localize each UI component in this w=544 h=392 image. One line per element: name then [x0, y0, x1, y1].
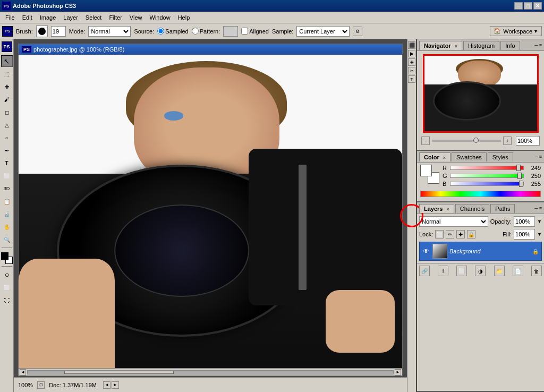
close-button[interactable]: ✕	[533, 2, 542, 10]
b-thumb[interactable]	[519, 181, 523, 187]
color-minimize-btn[interactable]: ─	[534, 154, 538, 159]
canvas-hscroll[interactable]: ◄ ►	[19, 368, 402, 376]
mode-select[interactable]: Normal Multiply Screen	[88, 26, 131, 37]
minimize-button[interactable]: ─	[514, 2, 523, 10]
lock-move-btn[interactable]: ✚	[456, 230, 465, 238]
layer-thumbnail[interactable]	[432, 244, 447, 259]
lock-all-btn[interactable]: 🔒	[467, 230, 475, 238]
layers-close[interactable]: ×	[447, 207, 449, 212]
color-menu-btn[interactable]: ≡	[539, 154, 542, 159]
tool-hand[interactable]: ✋	[1, 221, 13, 233]
tab-histogram[interactable]: Histogram	[463, 41, 499, 50]
status-zoom-btn[interactable]: ⊡	[37, 381, 45, 389]
tool-type[interactable]: T	[1, 157, 13, 169]
blend-mode-select[interactable]: Normal	[419, 216, 488, 227]
layer-visibility-toggle[interactable]: 👁	[422, 247, 430, 255]
panel-menu-btn[interactable]: ≡	[539, 42, 542, 48]
layer-row-background[interactable]: 👁 Background 🔒	[419, 242, 542, 261]
mid-btn-3[interactable]: ✚	[408, 58, 415, 66]
tab-color[interactable]: Color ×	[419, 152, 450, 161]
foreground-color[interactable]	[1, 252, 8, 260]
color-close[interactable]: ×	[443, 155, 446, 160]
tool-quick-mask[interactable]: ⊙	[1, 269, 13, 280]
tool-shape[interactable]: ⬜	[1, 170, 13, 182]
mid-btn-4[interactable]: ✂	[408, 67, 415, 74]
layers-minimize-btn[interactable]: ─	[534, 206, 538, 211]
tool-eyedropper[interactable]: 🔬	[1, 208, 13, 220]
nav-arrows[interactable]: ◄ ►	[103, 381, 119, 389]
tool-clone[interactable]: 🖌	[1, 93, 13, 105]
tool-eraser[interactable]: ◻	[1, 106, 13, 118]
mid-btn-2[interactable]: ▶	[408, 50, 415, 57]
tool-healing[interactable]: ✚	[1, 81, 13, 92]
zoom-in-btn[interactable]: +	[503, 137, 512, 145]
menu-edit[interactable]: Edit	[19, 13, 36, 22]
opacity-input[interactable]	[514, 216, 535, 227]
layers-menu-btn[interactable]: ≡	[539, 206, 542, 211]
tool-blur[interactable]: △	[1, 119, 13, 131]
tab-channels[interactable]: Channels	[455, 204, 489, 213]
zoom-value-input[interactable]	[516, 136, 540, 146]
nav-prev-btn[interactable]: ◄	[103, 381, 110, 389]
lock-paint-btn[interactable]: ✏	[446, 230, 454, 238]
tab-layers[interactable]: Layers ×	[419, 204, 454, 213]
fg-color-swatch[interactable]	[420, 165, 432, 176]
r-slider[interactable]	[450, 166, 524, 170]
b-slider[interactable]	[450, 182, 524, 186]
g-slider[interactable]	[450, 174, 524, 178]
pattern-radio[interactable]: Pattern:	[192, 28, 220, 35]
tab-info[interactable]: Info	[500, 41, 520, 50]
new-layer-btn[interactable]: 📄	[513, 266, 523, 276]
add-style-btn[interactable]: f	[438, 266, 448, 276]
panel-minimize-btn[interactable]: ─	[534, 42, 538, 48]
new-adjustment-btn[interactable]: ◑	[475, 266, 486, 276]
tab-swatches[interactable]: Swatches	[452, 152, 487, 161]
tool-fullscreen[interactable]: ⛶	[1, 294, 13, 306]
r-thumb[interactable]	[516, 165, 521, 171]
scroll-right-btn[interactable]: ►	[395, 369, 401, 376]
add-mask-btn[interactable]: ⬜	[456, 266, 467, 276]
tool-3d[interactable]: 3D	[1, 183, 13, 194]
delete-layer-btn[interactable]: 🗑	[531, 266, 542, 276]
zoom-out-btn[interactable]: −	[421, 137, 430, 145]
menu-filter[interactable]: Filter	[106, 13, 125, 22]
g-thumb[interactable]	[517, 173, 522, 179]
menu-file[interactable]: File	[2, 13, 18, 22]
mid-btn-1[interactable]: ⬛	[408, 41, 415, 49]
fill-input[interactable]	[514, 229, 535, 240]
tab-styles[interactable]: Styles	[488, 152, 513, 161]
menu-select[interactable]: Select	[82, 13, 105, 22]
sample-select[interactable]: Current Layer All Layers	[296, 26, 350, 37]
sampled-radio[interactable]: Sampled	[157, 28, 188, 35]
menu-window[interactable]: Window	[147, 13, 174, 22]
zoom-slider-thumb[interactable]	[473, 138, 479, 143]
navigator-close[interactable]: ×	[455, 44, 457, 49]
scroll-track[interactable]	[27, 370, 394, 374]
tool-screen-mode[interactable]: ⬜	[1, 282, 13, 293]
lock-transparency-btn[interactable]: ⬜	[435, 230, 444, 238]
workspace-button[interactable]: 🏠 Workspace ▼	[490, 26, 542, 36]
menu-help[interactable]: Help	[175, 13, 193, 22]
opacity-arrow[interactable]: ▼	[537, 219, 542, 224]
maximize-button[interactable]: □	[524, 2, 532, 10]
color-spectrum[interactable]	[420, 191, 541, 197]
brush-size-input[interactable]	[51, 26, 66, 37]
tab-paths[interactable]: Paths	[490, 204, 515, 213]
nav-preview[interactable]	[423, 54, 539, 133]
tool-crop-lasso[interactable]: ⬚	[1, 68, 13, 80]
brush-preview[interactable]	[36, 25, 48, 37]
mid-btn-5[interactable]: T	[408, 75, 415, 83]
zoom-slider[interactable]	[432, 140, 501, 142]
aligned-checkbox[interactable]: Aligned	[241, 28, 269, 35]
tool-dodge[interactable]: ○	[1, 132, 13, 143]
canvas-content[interactable]	[19, 55, 402, 368]
tool-zoom[interactable]: 🔍	[1, 234, 13, 245]
tool-selection[interactable]: ↖	[1, 55, 13, 67]
clone-options-btn[interactable]: ⚙	[353, 27, 362, 36]
scroll-left-btn[interactable]: ◄	[20, 369, 26, 376]
pattern-preview[interactable]	[223, 26, 238, 37]
scroll-thumb[interactable]	[64, 371, 174, 374]
nav-next-btn[interactable]: ►	[112, 381, 119, 389]
menu-image[interactable]: Image	[37, 13, 60, 22]
link-layers-btn[interactable]: 🔗	[419, 266, 430, 276]
